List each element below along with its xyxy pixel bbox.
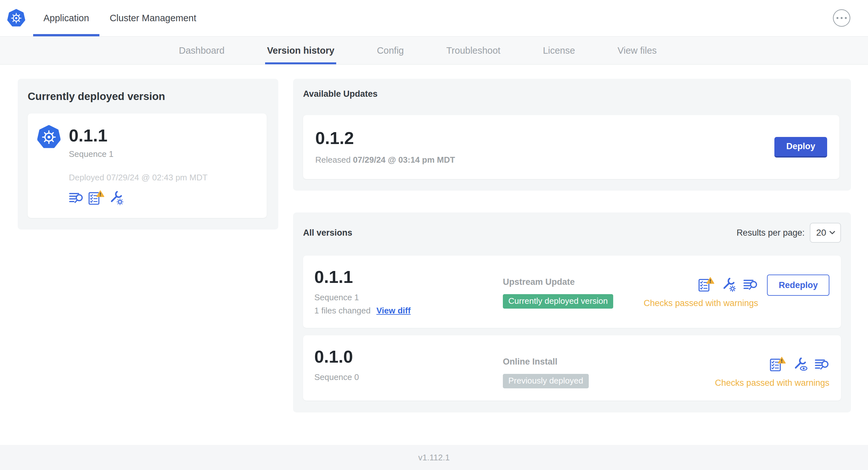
view-logs-icon[interactable]	[69, 191, 84, 205]
version-row-0-1-1: 0.1.1 Sequence 1 1 files changed View di…	[303, 256, 841, 328]
more-menu-button[interactable]	[833, 9, 850, 27]
tab-cluster-management[interactable]: Cluster Management	[99, 0, 207, 36]
currently-deployed-panel: Currently deployed version 0.1.1 Sequenc…	[18, 79, 278, 230]
all-versions-header: All versions Results per page: 20	[303, 223, 841, 243]
right-column: Available Updates 0.1.2 Released 07/29/2…	[293, 79, 851, 412]
currently-deployed-badge: Currently deployed version	[503, 294, 613, 309]
deployed-version-number: 0.1.1	[69, 126, 208, 145]
row-action-icons	[770, 357, 829, 372]
row-action-icons	[698, 277, 758, 292]
tab-view-files[interactable]: View files	[617, 37, 657, 64]
deployed-timestamp: Deployed 07/29/24 @ 02:43 pm MDT	[69, 173, 208, 182]
row-source-label: Online Install	[503, 357, 715, 367]
preflight-checks-warning-icon[interactable]	[698, 277, 714, 292]
main-content: Currently deployed version 0.1.1 Sequenc…	[0, 65, 868, 412]
redeploy-button[interactable]: Redeploy	[767, 274, 829, 296]
update-released-timestamp: Released 07/29/24 @ 03:14 pm MDT	[315, 155, 455, 165]
deployed-version-card: 0.1.1 Sequence 1 Deployed 07/29/24 @ 02:…	[28, 113, 267, 218]
top-nav-tabs: Application Cluster Management	[33, 0, 207, 36]
tab-application[interactable]: Application	[33, 0, 99, 36]
preflight-status-text: Checks passed with warnings	[715, 378, 829, 388]
app-subnav: Dashboard Version history Config Trouble…	[0, 37, 868, 65]
tab-version-history[interactable]: Version history	[267, 37, 335, 64]
deployed-sequence: Sequence 1	[69, 149, 208, 159]
tab-config[interactable]: Config	[376, 37, 404, 64]
row-version-number: 0.1.1	[314, 268, 503, 286]
view-diff-link[interactable]: View diff	[376, 306, 410, 316]
deployed-version-actions	[69, 190, 208, 205]
results-per-page-label: Results per page:	[736, 228, 805, 238]
all-versions-panel: All versions Results per page: 20	[293, 212, 851, 412]
ellipsis-icon	[836, 17, 838, 19]
chevron-down-icon	[829, 231, 835, 235]
row-files-changed: 1 files changed	[314, 306, 371, 316]
row-version-number: 0.1.0	[314, 348, 503, 365]
row-sequence: Sequence 1	[314, 293, 503, 303]
edit-config-wrench-gear-icon[interactable]	[721, 277, 736, 292]
kots-admin-console: Application Cluster Management Dashboard…	[0, 0, 868, 470]
all-versions-title: All versions	[303, 228, 352, 238]
available-update-card: 0.1.2 Released 07/29/24 @ 03:14 pm MDT D…	[303, 115, 839, 179]
tab-license[interactable]: License	[542, 37, 576, 64]
view-logs-icon[interactable]	[815, 357, 829, 371]
available-updates-title: Available Updates	[303, 89, 839, 99]
row-sequence: Sequence 0	[314, 372, 503, 382]
currently-deployed-title: Currently deployed version	[28, 90, 267, 103]
kubernetes-app-icon	[37, 125, 60, 149]
version-row-0-1-0: 0.1.0 Sequence 0 Online Install Previous…	[303, 335, 841, 401]
update-version-number: 0.1.2	[315, 129, 455, 146]
preflight-checks-warning-icon[interactable]	[88, 190, 104, 205]
view-logs-icon[interactable]	[743, 277, 758, 292]
top-navbar: Application Cluster Management	[0, 0, 868, 37]
view-config-wrench-eye-icon[interactable]	[793, 357, 808, 372]
footer: v1.112.1	[0, 445, 868, 470]
edit-config-wrench-gear-icon[interactable]	[109, 190, 124, 205]
results-per-page: Results per page: 20	[736, 223, 841, 243]
previously-deployed-badge: Previously deployed	[503, 374, 589, 388]
console-version: v1.112.1	[418, 452, 450, 463]
kubernetes-logo-icon	[7, 9, 25, 27]
tab-dashboard[interactable]: Dashboard	[178, 37, 225, 64]
tab-troubleshoot[interactable]: Troubleshoot	[445, 37, 501, 64]
preflight-status-text: Checks passed with warnings	[644, 298, 758, 308]
preflight-checks-warning-icon[interactable]	[770, 357, 786, 372]
deploy-button[interactable]: Deploy	[774, 137, 827, 158]
available-updates-panel: Available Updates 0.1.2 Released 07/29/2…	[293, 79, 851, 191]
row-source-label: Upstream Update	[503, 277, 644, 287]
results-per-page-select[interactable]: 20	[810, 223, 841, 243]
